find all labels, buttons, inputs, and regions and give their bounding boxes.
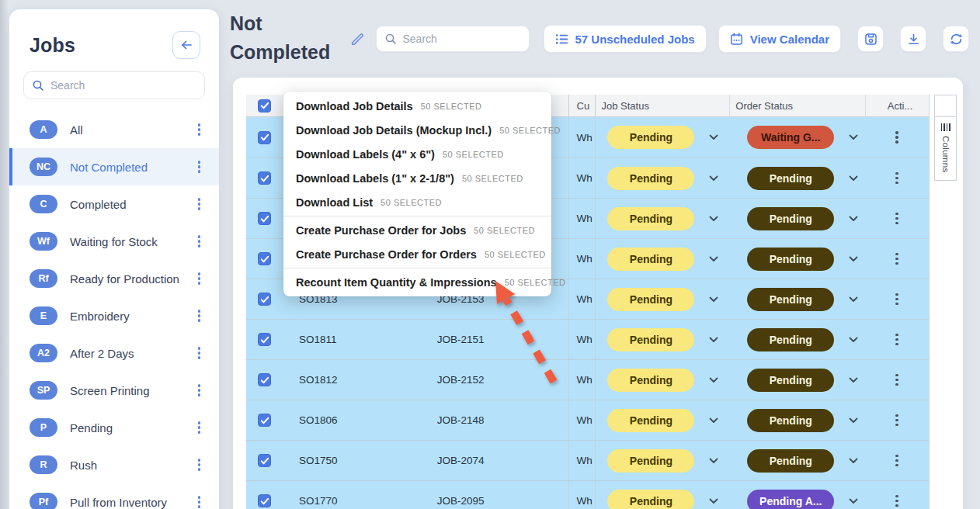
order-status-pill[interactable]: Pending A... — [747, 490, 834, 509]
job-status-pill[interactable]: Pending — [607, 490, 694, 509]
item-options-kebab-icon[interactable] — [195, 195, 204, 213]
table-row[interactable]: SO1811 JOB-2151 Wh Pending Pending — [246, 319, 929, 359]
chevron-down-icon[interactable] — [849, 377, 858, 383]
sidebar-item[interactable]: SP Screen Printing — [9, 372, 219, 409]
item-options-kebab-icon[interactable] — [195, 269, 204, 288]
order-status-pill[interactable]: Pending — [747, 369, 834, 392]
row-actions-kebab-icon[interactable] — [892, 492, 902, 509]
sidebar-search-input[interactable] — [50, 79, 196, 92]
sidebar-item[interactable]: A2 After 2 Days — [9, 334, 219, 372]
sidebar-item[interactable]: P Pending — [9, 409, 219, 446]
item-options-kebab-icon[interactable] — [195, 493, 204, 509]
item-options-kebab-icon[interactable] — [195, 381, 204, 400]
row-actions-kebab-icon[interactable] — [892, 250, 902, 268]
chevron-down-icon[interactable] — [849, 498, 858, 504]
sidebar-item[interactable]: Wf Waiting for Stock — [9, 223, 219, 260]
row-checkbox[interactable] — [258, 333, 271, 346]
chevron-down-icon[interactable] — [709, 175, 718, 182]
menu-item[interactable]: Download Job Details (Mockup Incl.) 50 S… — [283, 118, 551, 142]
order-status-pill[interactable]: Pending — [747, 248, 834, 271]
order-status-pill[interactable]: Pending — [747, 288, 834, 311]
row-checkbox[interactable] — [258, 494, 271, 507]
menu-item[interactable]: Download Job Details 50 SELECTED — [283, 94, 551, 118]
menu-item[interactable]: Download Labels (4" x 6") 50 SELECTED — [283, 142, 551, 166]
job-status-pill[interactable]: Pending — [607, 126, 694, 149]
order-status-pill[interactable]: Waiting G... — [747, 126, 834, 149]
save-button[interactable] — [857, 26, 884, 52]
row-actions-kebab-icon[interactable] — [892, 452, 902, 470]
table-search-input[interactable] — [403, 33, 521, 45]
sidebar-item[interactable]: E Embroidery — [9, 297, 219, 334]
chevron-down-icon[interactable] — [709, 377, 718, 383]
chevron-down-icon[interactable] — [709, 296, 718, 303]
chevron-down-icon[interactable] — [849, 296, 858, 303]
job-status-pill[interactable]: Pending — [607, 248, 694, 271]
job-status-pill[interactable]: Pending — [607, 328, 694, 351]
item-options-kebab-icon[interactable] — [195, 455, 204, 474]
chevron-down-icon[interactable] — [849, 134, 858, 140]
chevron-down-icon[interactable] — [709, 337, 718, 343]
chevron-down-icon[interactable] — [709, 256, 718, 262]
item-options-kebab-icon[interactable] — [195, 120, 204, 139]
job-status-pill[interactable]: Pending — [607, 449, 694, 473]
chevron-down-icon[interactable] — [849, 417, 858, 424]
item-options-kebab-icon[interactable] — [195, 344, 204, 362]
job-status-pill[interactable]: Pending — [607, 167, 694, 190]
chevron-down-icon[interactable] — [849, 256, 858, 262]
row-checkbox[interactable] — [258, 414, 271, 427]
chevron-down-icon[interactable] — [849, 337, 858, 343]
chevron-down-icon[interactable] — [709, 417, 718, 424]
row-actions-kebab-icon[interactable] — [892, 371, 902, 390]
row-checkbox[interactable] — [258, 373, 271, 386]
item-options-kebab-icon[interactable] — [195, 306, 204, 325]
item-options-kebab-icon[interactable] — [195, 232, 204, 251]
menu-item[interactable]: Download Labels (1" x 2-1/8") 50 SELECTE… — [283, 166, 551, 190]
menu-item[interactable]: Download List 50 SELECTED — [283, 190, 551, 214]
table-row[interactable]: SO1750 JOB-2074 Wh Pending Pending — [246, 440, 929, 480]
refresh-button[interactable] — [943, 26, 969, 52]
chevron-down-icon[interactable] — [849, 175, 858, 182]
row-actions-kebab-icon[interactable] — [892, 411, 902, 430]
row-actions-kebab-icon[interactable] — [892, 331, 902, 349]
columns-panel-toggle[interactable]: Columns — [934, 117, 957, 181]
chevron-down-icon[interactable] — [849, 216, 858, 222]
sidebar-item[interactable]: Rf Ready for Production — [9, 260, 219, 297]
order-status-pill[interactable]: Pending — [747, 207, 834, 230]
chevron-down-icon[interactable] — [849, 458, 858, 464]
row-checkbox[interactable] — [258, 252, 271, 265]
menu-item[interactable]: Create Purchase Order for Jobs 50 SELECT… — [283, 218, 551, 242]
row-actions-kebab-icon[interactable] — [892, 290, 902, 309]
sidebar-item[interactable]: NC Not Completed — [9, 148, 219, 185]
row-actions-kebab-icon[interactable] — [892, 128, 902, 147]
row-checkbox[interactable] — [258, 131, 271, 144]
job-status-pill[interactable]: Pending — [607, 369, 694, 392]
select-all-checkbox[interactable] — [258, 99, 271, 113]
sidebar-item[interactable]: C Completed — [9, 185, 219, 223]
download-button[interactable] — [900, 26, 926, 52]
sidebar-item[interactable]: R Rush — [9, 446, 219, 483]
order-status-pill[interactable]: Pending — [747, 409, 834, 432]
chevron-down-icon[interactable] — [709, 498, 718, 504]
row-checkbox[interactable] — [258, 293, 271, 306]
edit-title-button[interactable] — [349, 31, 366, 47]
chevron-down-icon[interactable] — [709, 134, 718, 140]
menu-item[interactable]: Create Purchase Order for Orders 50 SELE… — [283, 242, 551, 266]
item-options-kebab-icon[interactable] — [195, 418, 204, 437]
header-job-status[interactable]: Job Status — [596, 100, 729, 112]
sidebar-item[interactable]: Pf Pull from Inventory — [9, 483, 219, 509]
order-status-pill[interactable]: Pending — [747, 449, 834, 473]
unscheduled-jobs-button[interactable]: 57 Unscheduled Jobs — [544, 25, 707, 53]
header-order-status[interactable]: Order Status — [729, 95, 865, 116]
job-status-pill[interactable]: Pending — [607, 409, 694, 432]
table-row[interactable]: SO1806 JOB-2148 Wh Pending Pending — [246, 400, 929, 440]
view-calendar-button[interactable]: View Calendar — [718, 25, 841, 53]
collapse-sidebar-button[interactable] — [172, 31, 200, 59]
row-actions-kebab-icon[interactable] — [892, 209, 902, 228]
item-options-kebab-icon[interactable] — [195, 158, 204, 176]
chevron-down-icon[interactable] — [709, 216, 718, 222]
sidebar-item[interactable]: A All — [9, 111, 219, 148]
table-row[interactable]: SO1770 JOB-2095 Wh Pending Pending A... — [246, 480, 929, 509]
order-status-pill[interactable]: Pending — [747, 167, 834, 190]
job-status-pill[interactable]: Pending — [607, 207, 694, 230]
row-checkbox[interactable] — [258, 454, 271, 467]
